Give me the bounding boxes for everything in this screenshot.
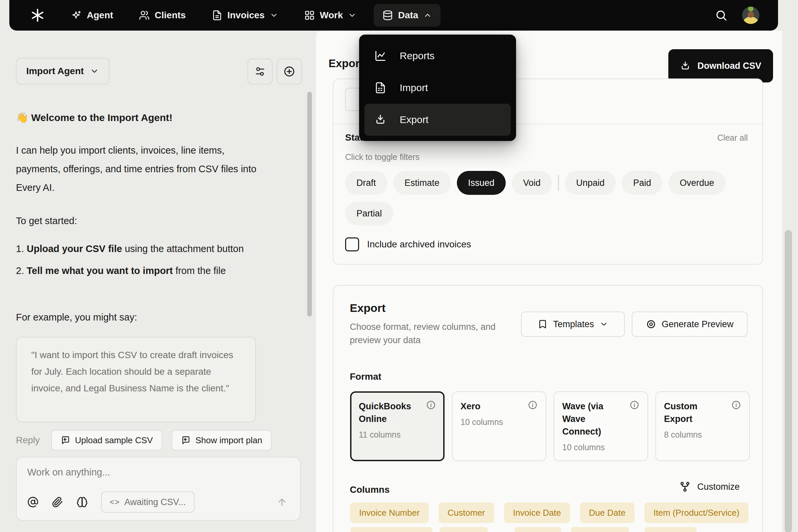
- suggestion-label: Show import plan: [195, 435, 262, 445]
- nav-item-invoices[interactable]: Invoices: [203, 4, 287, 26]
- user-avatar[interactable]: [742, 7, 759, 24]
- menu-item-import[interactable]: Import: [364, 72, 511, 104]
- column-chip[interactable]: Invoice Number: [350, 502, 429, 523]
- format-card-xero[interactable]: Xero 10 columns: [452, 391, 546, 461]
- nav-item-agent[interactable]: Agent: [62, 4, 122, 26]
- example-quote-card: "I want to import this CSV to create dra…: [16, 337, 256, 422]
- chat-settings-button[interactable]: [247, 58, 273, 84]
- format-name: Xero: [460, 400, 517, 413]
- paperclip-icon: [52, 496, 63, 508]
- chart-line-icon: [374, 50, 386, 62]
- format-card-quickbooks[interactable]: QuickBooks Online 11 columns: [350, 391, 444, 461]
- new-chat-button[interactable]: [277, 58, 302, 84]
- column-chip-clipped[interactable]: [440, 527, 488, 532]
- info-icon[interactable]: [629, 400, 640, 438]
- reply-row: Reply Upload sample CSV Show import plan: [16, 430, 277, 451]
- send-button[interactable]: [276, 496, 288, 508]
- status-pill-paid[interactable]: Paid: [622, 171, 662, 195]
- templates-button[interactable]: Templates: [521, 311, 625, 337]
- column-chip[interactable]: Item (Product/Service): [644, 502, 748, 523]
- nav-label: Invoices: [227, 10, 265, 21]
- templates-label: Templates: [553, 319, 594, 329]
- page-title: Export: [328, 57, 363, 70]
- download-icon: [680, 60, 690, 71]
- info-icon[interactable]: [426, 400, 436, 425]
- chevron-down-icon: [270, 11, 278, 20]
- column-chip[interactable]: Invoice Date: [504, 502, 570, 523]
- export-card-heading: Export: [350, 302, 386, 315]
- agent-selector-label: Import Agent: [26, 66, 84, 76]
- status-pill-issued[interactable]: Issued: [457, 171, 506, 195]
- status-pill-group: Draft Estimate Issued Void Unpaid Paid O…: [345, 171, 753, 225]
- column-chip[interactable]: Customer: [439, 502, 494, 523]
- status-pill-partial[interactable]: Partial: [345, 202, 393, 225]
- column-chip[interactable]: Due Date: [580, 502, 634, 523]
- nav-label: Work: [320, 10, 343, 21]
- page-scrollbar-thumb[interactable]: [785, 230, 792, 532]
- column-chip-clipped[interactable]: [515, 527, 561, 532]
- attach-button[interactable]: [52, 496, 63, 508]
- intro-paragraph: I can help you import clients, invoices,…: [16, 141, 261, 197]
- export-options-card: Export Choose format, review columns, an…: [333, 285, 763, 532]
- welcome-heading: 👋 Welcome to the Import Agent!: [16, 108, 261, 127]
- info-icon[interactable]: [731, 400, 741, 425]
- status-pill-void[interactable]: Void: [512, 171, 552, 195]
- mention-button[interactable]: [27, 496, 39, 508]
- step-item: 2. Tell me what you want to import from …: [16, 262, 249, 279]
- clear-all-link[interactable]: Clear all: [717, 133, 748, 142]
- suggestion-show-import-plan[interactable]: Show import plan: [172, 430, 272, 451]
- model-button[interactable]: [76, 496, 88, 508]
- nav-item-data[interactable]: Data: [374, 4, 440, 26]
- chat-scrollbar-thumb[interactable]: [307, 92, 312, 317]
- agent-selector[interactable]: Import Agent: [16, 58, 109, 84]
- archived-checkbox-label: Include archived invoices: [367, 239, 471, 250]
- download-csv-button[interactable]: Download CSV: [668, 49, 773, 82]
- composer-placeholder: Work on anything...: [27, 467, 289, 478]
- column-chip-group: Invoice Number Customer Invoice Date Due…: [350, 502, 748, 523]
- columns-label: Columns: [350, 484, 390, 495]
- chat-composer[interactable]: Work on anything... <> Awaiting CSV...: [16, 457, 301, 521]
- info-icon[interactable]: [528, 400, 538, 413]
- data-dropdown-menu: Reports Import Export: [359, 35, 516, 141]
- download-icon: [374, 114, 386, 126]
- generate-preview-label: Generate Preview: [662, 319, 734, 329]
- status-pill-overdue[interactable]: Overdue: [668, 171, 725, 195]
- status-pill-unpaid[interactable]: Unpaid: [565, 171, 616, 195]
- code-icon: <>: [110, 497, 120, 507]
- archived-checkbox[interactable]: [345, 238, 359, 251]
- preview-eye-icon: [646, 319, 657, 329]
- nav-item-work[interactable]: Work: [296, 4, 365, 26]
- column-chip-clipped[interactable]: [644, 527, 697, 532]
- suggestion-label: Upload sample CSV: [75, 435, 153, 445]
- export-card-subtitle: Choose format, review columns, and previ…: [350, 320, 513, 347]
- suggestion-upload-sample-csv[interactable]: Upload sample CSV: [51, 430, 162, 451]
- chevron-down-icon: [90, 66, 99, 76]
- search-icon: [715, 9, 727, 22]
- nav-label: Agent: [87, 10, 113, 21]
- chevron-up-icon: [423, 11, 432, 20]
- menu-item-export[interactable]: Export: [364, 104, 511, 136]
- format-card-group: QuickBooks Online 11 columns Xero 1: [350, 391, 750, 461]
- get-started-line: To get started:: [16, 211, 261, 230]
- awaiting-csv-chip[interactable]: <> Awaiting CSV...: [101, 491, 194, 513]
- format-card-custom[interactable]: Custom Export 8 columns: [656, 391, 750, 461]
- format-label: Format: [350, 372, 381, 382]
- status-pill-draft[interactable]: Draft: [345, 171, 387, 195]
- column-chip-clipped[interactable]: [571, 527, 629, 532]
- status-pill-estimate[interactable]: Estimate: [393, 171, 451, 195]
- menu-item-reports[interactable]: Reports: [364, 40, 511, 72]
- archived-checkbox-row: Include archived invoices: [345, 238, 471, 251]
- brain-icon: [76, 496, 88, 508]
- top-nav: Agent Clients Invoices Work Data: [9, 0, 778, 31]
- format-name: Wave (via Wave Connect): [562, 400, 619, 438]
- customize-icon: [679, 481, 690, 492]
- bookmark-icon: [538, 319, 548, 329]
- nav-item-clients[interactable]: Clients: [130, 4, 194, 26]
- customize-columns-button[interactable]: Customize: [679, 481, 740, 492]
- step-item: 1. Upload your CSV file using the attach…: [16, 240, 249, 258]
- generate-preview-button[interactable]: Generate Preview: [632, 311, 747, 337]
- column-chip-clipped[interactable]: [350, 527, 433, 532]
- format-card-wave[interactable]: Wave (via Wave Connect) 10 columns: [554, 391, 648, 461]
- search-button[interactable]: [715, 9, 727, 22]
- app-logo-asterisk-icon[interactable]: [31, 8, 44, 22]
